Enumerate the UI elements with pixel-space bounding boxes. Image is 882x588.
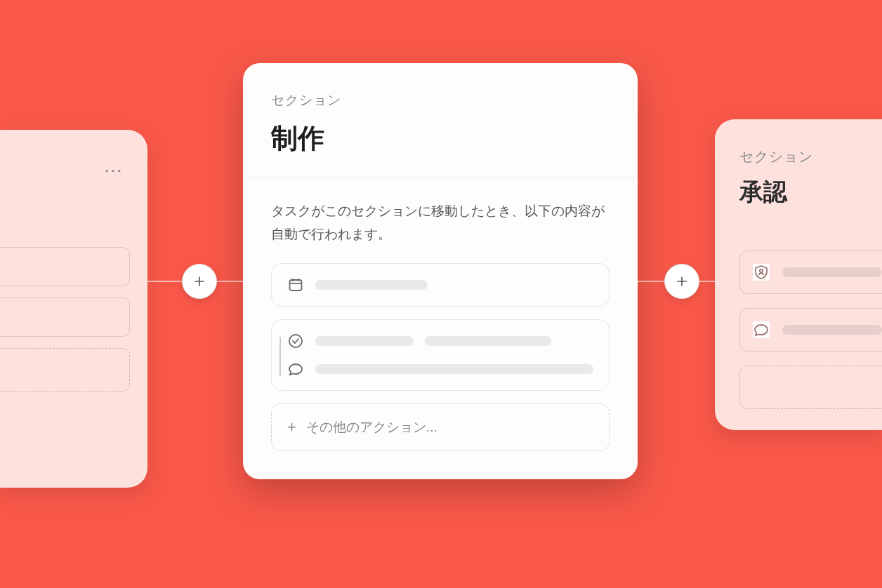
action-placeholder-text — [782, 267, 882, 277]
more-menu-icon[interactable]: … — [0, 154, 130, 177]
automation-action-tile[interactable] — [271, 319, 610, 391]
section-label: セクション — [739, 147, 882, 166]
check-circle-icon — [287, 333, 304, 349]
add-more-actions-label: その他のアクション... — [306, 418, 437, 436]
automation-action-tile[interactable] — [739, 250, 882, 294]
comment-icon — [753, 321, 770, 338]
center-section-card: セクション 制作 タスクがこのセクションに移動したとき、以下の内容が自動で行われ… — [243, 63, 638, 479]
action-placeholder-text — [315, 280, 428, 290]
add-more-actions-button[interactable]: + その他のアクション... — [271, 403, 610, 451]
comment-icon — [287, 361, 304, 377]
action-placeholder-text — [315, 336, 414, 346]
add-section-button-left[interactable] — [182, 264, 217, 299]
automation-description: タスクがこのセクションに移動したとき、以下の内容が自動で行われます。 — [271, 199, 610, 246]
action-placeholder-text — [425, 336, 551, 346]
add-action-placeholder[interactable] — [739, 366, 882, 409]
right-section-card: セクション 承認 — [715, 119, 882, 430]
left-action-tile[interactable] — [0, 298, 130, 337]
svg-point-6 — [289, 335, 302, 347]
section-title: 承認 — [739, 176, 882, 208]
left-action-tile[interactable] — [0, 247, 130, 286]
svg-point-9 — [760, 269, 763, 272]
section-label: セクション — [271, 91, 610, 109]
section-title: 制作 — [271, 121, 610, 156]
action-placeholder-text — [782, 325, 882, 335]
automation-action-tile[interactable] — [739, 308, 882, 352]
calendar-icon — [287, 276, 304, 293]
action-placeholder-text — [315, 364, 593, 374]
automation-action-tile[interactable] — [271, 263, 610, 307]
left-section-card: … — [0, 130, 147, 488]
assignee-icon — [753, 264, 770, 281]
plus-icon — [193, 275, 206, 288]
plus-icon — [676, 275, 688, 288]
add-section-button-right[interactable] — [664, 264, 699, 299]
plus-icon: + — [287, 420, 296, 435]
left-add-action-placeholder[interactable] — [0, 348, 130, 392]
svg-rect-2 — [290, 280, 302, 290]
